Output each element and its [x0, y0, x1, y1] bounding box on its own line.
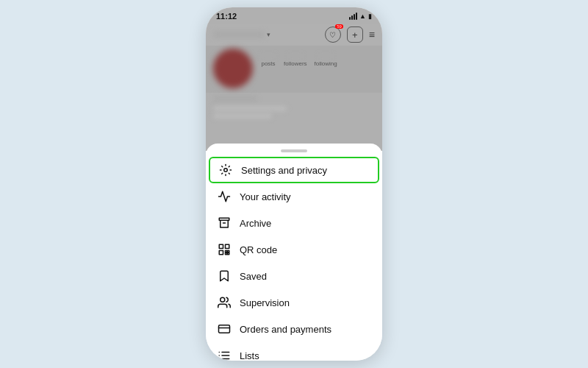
following-stat: following [315, 53, 337, 67]
profile-left: posts followers following [260, 49, 375, 67]
saved-icon [218, 269, 231, 283]
followers-label: followers [284, 60, 307, 67]
posts-stat: posts [260, 53, 276, 67]
svg-rect-3 [219, 251, 223, 255]
menu-list: Settings and privacy Your activity [206, 157, 382, 361]
lists-icon [218, 349, 231, 361]
signal-icon [349, 13, 357, 20]
settings-icon [219, 163, 232, 177]
nav-icons: ♡ 59 + ≡ [325, 26, 375, 43]
orders-label: Orders and payments [240, 324, 331, 335]
saved-label: Saved [240, 271, 267, 282]
menu-item-orders[interactable]: Orders and payments [206, 316, 382, 342]
svg-rect-9 [219, 325, 230, 333]
svg-rect-4 [226, 251, 227, 252]
svg-rect-2 [226, 244, 229, 248]
battery-icon: ▮ [368, 13, 372, 20]
activity-icon [218, 190, 231, 203]
menu-item-lists[interactable]: Lists [206, 342, 382, 361]
notifications-button[interactable]: ♡ 59 [325, 26, 341, 43]
qrcode-label: QR code [240, 244, 277, 255]
svg-point-8 [220, 297, 225, 302]
archive-icon [218, 216, 231, 230]
sheet-handle [281, 149, 307, 152]
followers-stat: followers [284, 53, 307, 67]
svg-rect-5 [228, 253, 229, 255]
username-area[interactable]: ▾ [213, 31, 270, 38]
status-icons: ▲ ▮ [349, 13, 372, 20]
lists-label: Lists [240, 350, 259, 361]
phone-container: 11:12 ▲ ▮ ▾ ♡ 59 [206, 7, 382, 361]
svg-point-0 [224, 169, 228, 172]
new-post-button[interactable]: + [347, 26, 363, 43]
heart-icon: ♡ [329, 31, 336, 39]
menu-button[interactable]: ≡ [369, 29, 375, 40]
menu-item-archive[interactable]: Archive [206, 210, 382, 236]
status-time: 11:12 [216, 12, 237, 21]
wifi-icon: ▲ [359, 13, 366, 20]
status-bar: 11:12 ▲ ▮ [206, 7, 382, 24]
chevron-down-icon: ▾ [267, 31, 270, 38]
supervision-label: Supervision [240, 297, 290, 308]
menu-item-activity[interactable]: Your activity [206, 183, 382, 210]
bio-area [206, 93, 382, 124]
svg-rect-6 [226, 253, 227, 255]
archive-label: Archive [240, 218, 271, 229]
menu-item-qrcode[interactable]: QR code [206, 236, 382, 263]
posts-label: posts [261, 60, 275, 67]
settings-label: Settings and privacy [241, 165, 327, 176]
stats-area: posts followers following [260, 53, 375, 67]
top-nav: ▾ ♡ 59 + ≡ [206, 24, 382, 46]
supervision-icon [218, 296, 231, 309]
svg-rect-1 [219, 244, 223, 248]
username-blur [213, 31, 265, 38]
menu-item-settings[interactable]: Settings and privacy [209, 157, 379, 183]
orders-icon [218, 322, 231, 336]
notif-badge: 59 [335, 24, 343, 29]
profile-content: posts followers following [206, 46, 382, 93]
plus-icon: + [352, 30, 358, 40]
profile-bg: 11:12 ▲ ▮ ▾ ♡ 59 [206, 7, 382, 151]
svg-rect-7 [228, 251, 229, 252]
qrcode-icon [218, 243, 231, 256]
avatar [213, 49, 253, 88]
activity-label: Your activity [240, 191, 291, 202]
menu-item-supervision[interactable]: Supervision [206, 289, 382, 316]
following-label: following [315, 60, 337, 67]
bottom-sheet: Settings and privacy Your activity [206, 144, 382, 361]
menu-item-saved[interactable]: Saved [206, 263, 382, 289]
